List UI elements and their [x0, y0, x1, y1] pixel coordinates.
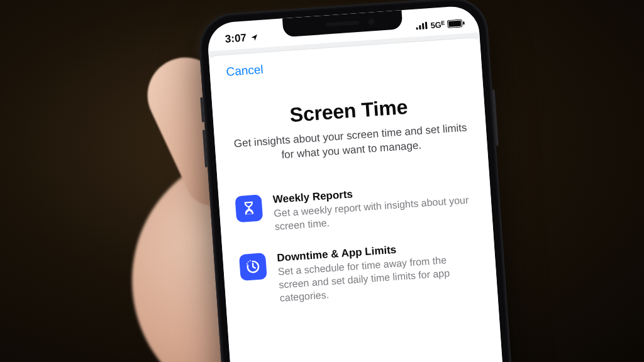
cancel-button[interactable]: Cancel — [226, 62, 264, 80]
svg-rect-0 — [416, 27, 418, 30]
svg-rect-3 — [425, 21, 427, 29]
location-icon — [250, 33, 258, 42]
phone: 3:07 5GE — [197, 0, 514, 362]
svg-point-7 — [247, 263, 248, 265]
status-time: 3:07 — [225, 31, 247, 45]
feature-list: Weekly Reports Get a weekly report with … — [235, 180, 480, 308]
cellular-signal-icon — [415, 21, 428, 30]
svg-point-9 — [250, 260, 251, 261]
downtime-icon — [239, 253, 267, 282]
svg-point-8 — [248, 261, 249, 263]
hourglass-icon — [235, 194, 263, 222]
power-button — [492, 89, 499, 146]
svg-rect-5 — [448, 20, 462, 26]
svg-rect-2 — [421, 23, 424, 30]
svg-rect-6 — [463, 21, 465, 25]
feature-weekly-reports: Weekly Reports Get a weekly report with … — [235, 180, 476, 236]
network-label: 5GE — [430, 19, 445, 30]
feature-downtime-app-limits: Downtime & App Limits Set a schedule for… — [239, 238, 481, 308]
screen-time-sheet: Cancel Screen Time Get insights about yo… — [209, 38, 504, 362]
battery-icon — [447, 19, 465, 28]
svg-rect-1 — [419, 25, 421, 30]
